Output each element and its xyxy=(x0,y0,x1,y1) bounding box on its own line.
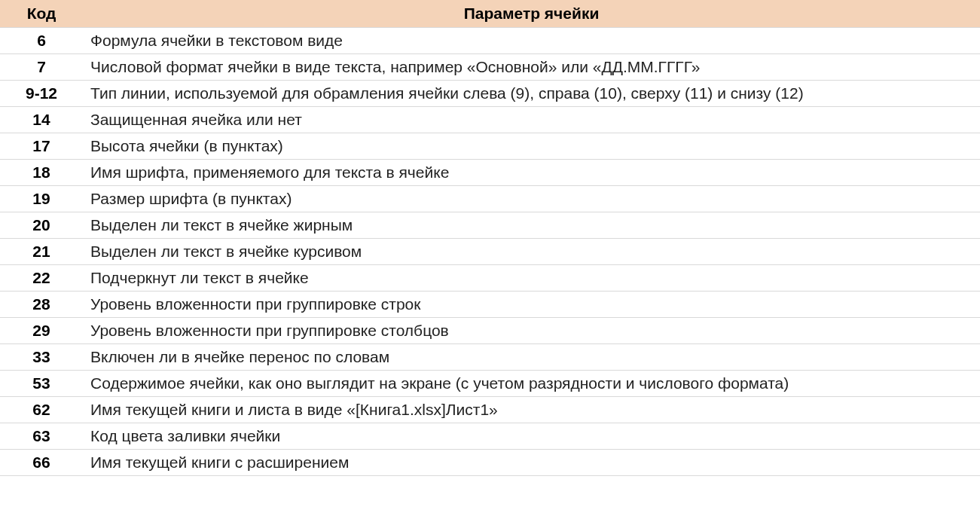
table-row: 63Код цвета заливки ячейки xyxy=(0,423,980,450)
table-row: 7Числовой формат ячейки в виде текста, н… xyxy=(0,54,980,81)
param-cell: Имя текущей книги и листа в виде «[Книга… xyxy=(83,397,980,423)
param-cell: Выделен ли текст в ячейке курсивом xyxy=(83,239,980,265)
code-cell: 33 xyxy=(0,344,83,371)
code-cell: 66 xyxy=(0,450,83,476)
code-cell: 29 xyxy=(0,318,83,344)
table-row: 17Высота ячейки (в пунктах) xyxy=(0,133,980,160)
cell-parameters-table: Код Параметр ячейки 6Формула ячейки в те… xyxy=(0,0,980,476)
param-cell: Тип линии, используемой для обрамления я… xyxy=(83,81,980,107)
table-row: 22Подчеркнут ли текст в ячейке xyxy=(0,265,980,292)
table-header-row: Код Параметр ячейки xyxy=(0,0,980,28)
code-cell: 19 xyxy=(0,186,83,212)
code-cell: 21 xyxy=(0,239,83,265)
code-cell: 53 xyxy=(0,371,83,397)
code-cell: 22 xyxy=(0,265,83,292)
table-row: 28Уровень вложенности при группировке ст… xyxy=(0,292,980,318)
param-cell: Размер шрифта (в пунктах) xyxy=(83,186,980,212)
param-cell: Имя текущей книги с расширением xyxy=(83,450,980,476)
code-cell: 17 xyxy=(0,133,83,160)
code-cell: 14 xyxy=(0,107,83,133)
param-cell: Защищенная ячейка или нет xyxy=(83,107,980,133)
header-code: Код xyxy=(0,0,83,28)
param-cell: Формула ячейки в текстовом виде xyxy=(83,28,980,54)
table-row: 19Размер шрифта (в пунктах) xyxy=(0,186,980,212)
table-row: 20Выделен ли текст в ячейке жирным xyxy=(0,212,980,239)
code-cell: 7 xyxy=(0,54,83,81)
table-row: 33Включен ли в ячейке перенос по словам xyxy=(0,344,980,371)
code-cell: 62 xyxy=(0,397,83,423)
table-row: 6Формула ячейки в текстовом виде xyxy=(0,28,980,54)
param-cell: Имя шрифта, применяемого для текста в яч… xyxy=(83,160,980,186)
table-row: 29Уровень вложенности при группировке ст… xyxy=(0,318,980,344)
code-cell: 18 xyxy=(0,160,83,186)
param-cell: Содержимое ячейки, как оно выглядит на э… xyxy=(83,371,980,397)
param-cell: Уровень вложенности при группировке стол… xyxy=(83,318,980,344)
param-cell: Код цвета заливки ячейки xyxy=(83,423,980,450)
param-cell: Числовой формат ячейки в виде текста, на… xyxy=(83,54,980,81)
table-row: 18Имя шрифта, применяемого для текста в … xyxy=(0,160,980,186)
table-row: 9-12Тип линии, используемой для обрамлен… xyxy=(0,81,980,107)
param-cell: Уровень вложенности при группировке стро… xyxy=(83,292,980,318)
code-cell: 9-12 xyxy=(0,81,83,107)
table-body: 6Формула ячейки в текстовом виде7Числово… xyxy=(0,28,980,476)
param-cell: Подчеркнут ли текст в ячейке xyxy=(83,265,980,292)
table-row: 62Имя текущей книги и листа в виде «[Кни… xyxy=(0,397,980,423)
table-row: 53Содержимое ячейки, как оно выглядит на… xyxy=(0,371,980,397)
header-param: Параметр ячейки xyxy=(83,0,980,28)
table-row: 21Выделен ли текст в ячейке курсивом xyxy=(0,239,980,265)
param-cell: Высота ячейки (в пунктах) xyxy=(83,133,980,160)
table-row: 66Имя текущей книги с расширением xyxy=(0,450,980,476)
code-cell: 20 xyxy=(0,212,83,239)
param-cell: Включен ли в ячейке перенос по словам xyxy=(83,344,980,371)
code-cell: 63 xyxy=(0,423,83,450)
table-row: 14Защищенная ячейка или нет xyxy=(0,107,980,133)
code-cell: 28 xyxy=(0,292,83,318)
param-cell: Выделен ли текст в ячейке жирным xyxy=(83,212,980,239)
code-cell: 6 xyxy=(0,28,83,54)
